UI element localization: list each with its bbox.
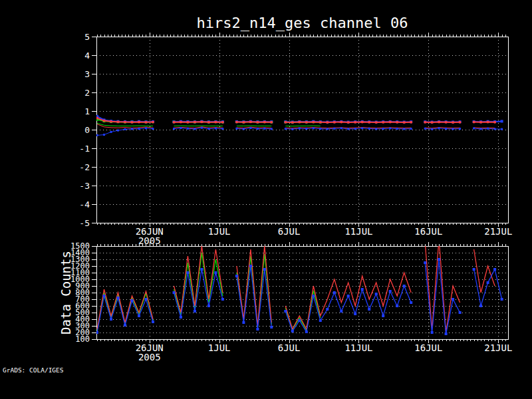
svg-text:1JUL: 1JUL bbox=[208, 226, 231, 237]
bottom-chart-series-blue-counts bbox=[96, 258, 503, 335]
svg-text:1: 1 bbox=[84, 106, 90, 116]
charts-canvas: 543210-1-2-3-4-526JUN20051JUL6JUL11JUL16… bbox=[0, 0, 532, 399]
top-chart-series-blue-mean bbox=[96, 127, 503, 136]
svg-text:-2: -2 bbox=[79, 162, 90, 172]
svg-text:2: 2 bbox=[84, 88, 90, 98]
bottom-chart-y-axis-label: Data Counts bbox=[59, 251, 73, 334]
svg-text:-1: -1 bbox=[79, 144, 90, 154]
bottom-chart-series-green-counts bbox=[97, 253, 321, 331]
grads-plot-page: hirs2_n14_ges channel 06 543210-1-2-3-4-… bbox=[0, 0, 532, 399]
top-chart: 543210-1-2-3-4-526JUN20051JUL6JUL11JUL16… bbox=[79, 32, 512, 246]
svg-text:-4: -4 bbox=[79, 200, 90, 209]
svg-text:6JUL: 6JUL bbox=[278, 342, 301, 353]
top-chart-series-green-mean bbox=[97, 123, 321, 126]
bottom-chart: 1500140013001200110010009008007006005004… bbox=[70, 239, 512, 362]
svg-text:5: 5 bbox=[84, 32, 90, 42]
svg-text:1JUL: 1JUL bbox=[208, 342, 231, 353]
svg-text:2005: 2005 bbox=[138, 352, 161, 362]
svg-text:100: 100 bbox=[75, 334, 90, 344]
svg-text:21JUL: 21JUL bbox=[484, 342, 512, 353]
top-chart-axis-labels: 543210-1-2-3-4-526JUN20051JUL6JUL11JUL16… bbox=[79, 32, 512, 246]
svg-text:-5: -5 bbox=[79, 218, 90, 228]
svg-text:21JUL: 21JUL bbox=[484, 226, 512, 237]
svg-text:16JUL: 16JUL bbox=[414, 226, 442, 237]
svg-text:16JUL: 16JUL bbox=[414, 342, 442, 353]
svg-text:11JUL: 11JUL bbox=[344, 226, 372, 237]
grads-attribution: GrADS: COLA/IGES bbox=[3, 366, 64, 374]
svg-text:-3: -3 bbox=[79, 181, 90, 191]
top-chart-series-red-stdev bbox=[96, 117, 496, 124]
svg-text:0: 0 bbox=[84, 125, 90, 135]
svg-text:11JUL: 11JUL bbox=[344, 342, 372, 353]
svg-text:3: 3 bbox=[84, 69, 90, 79]
svg-text:6JUL: 6JUL bbox=[278, 226, 301, 237]
svg-text:4: 4 bbox=[84, 51, 90, 61]
